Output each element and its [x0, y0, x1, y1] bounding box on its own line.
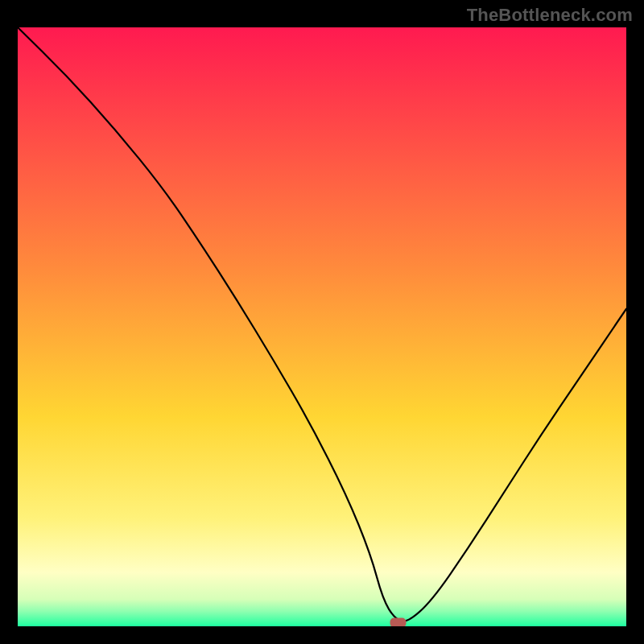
optimal-marker: [390, 618, 407, 626]
plot-area: [18, 27, 626, 626]
chart-frame: TheBottleneck.com: [0, 0, 644, 644]
watermark-text: TheBottleneck.com: [467, 5, 633, 26]
gradient-background: [18, 27, 626, 626]
bottleneck-chart-svg: [18, 27, 626, 626]
